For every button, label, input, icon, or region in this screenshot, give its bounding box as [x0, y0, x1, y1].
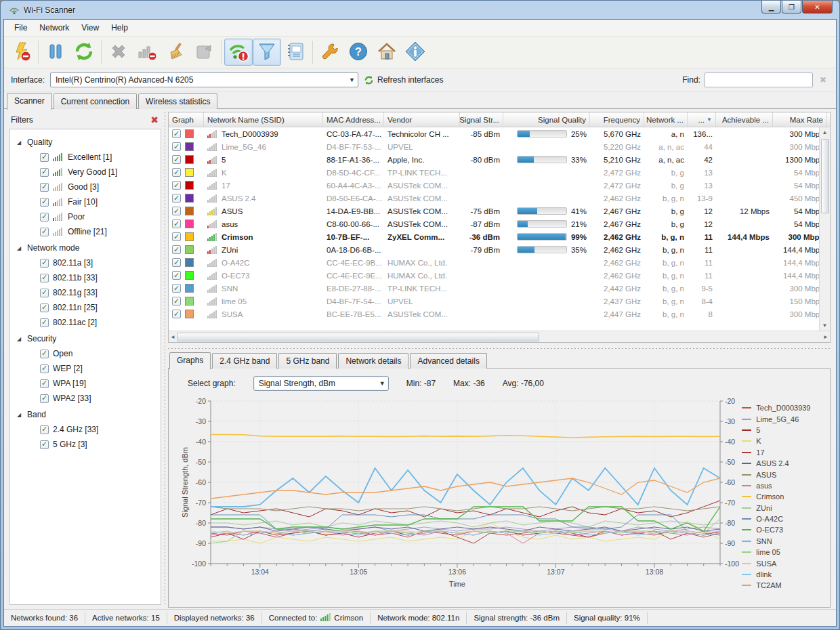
table-row[interactable]: SUSABC-EE-7B-E5...ASUSTek COM...2,447 GH…: [169, 308, 830, 320]
menu-network[interactable]: Network: [33, 21, 75, 35]
filter-item[interactable]: 802.11g [33]: [17, 285, 158, 300]
table-row[interactable]: lime 05D4-BF-7F-54-...UPVEL2,437 GHzb, g…: [169, 295, 830, 308]
collapse-icon[interactable]: ◢: [17, 245, 22, 251]
filter-item[interactable]: Offline [21]: [17, 224, 158, 239]
table-row[interactable]: Crimson10-7B-EF-...ZyXEL Comm...-36 dBm9…: [169, 230, 830, 243]
table-row[interactable]: KD8-5D-4C-CF...TP-LINK TECH...2,472 GHzb…: [169, 166, 830, 179]
graph-checkbox[interactable]: [172, 284, 181, 293]
clear-find-icon[interactable]: ✖: [817, 75, 829, 85]
about-button[interactable]: [401, 39, 429, 66]
column-header[interactable]: ...▼: [688, 112, 716, 127]
tab-advanced-details[interactable]: Advanced details: [410, 353, 486, 369]
checkbox[interactable]: [40, 183, 49, 192]
graph-checkbox[interactable]: [172, 297, 181, 306]
checkbox[interactable]: [40, 198, 49, 207]
table-row[interactable]: ZUni0A-18-D6-6B-...-79 dBm35%2,462 GHzb,…: [169, 243, 830, 256]
broom-button[interactable]: [161, 39, 190, 66]
refresh-button[interactable]: [70, 39, 98, 66]
scroll-down-icon[interactable]: ▼: [822, 320, 828, 331]
menu-file[interactable]: File: [8, 21, 33, 35]
table-row[interactable]: Lime_5G_46D4-BF-7F-53-...UPVEL5,220 GHza…: [169, 140, 830, 153]
menu-view[interactable]: View: [75, 21, 105, 35]
column-header[interactable]: MAC Address...: [323, 112, 384, 127]
filter-item[interactable]: Excellent [1]: [17, 150, 158, 165]
scroll-up-icon[interactable]: ▲: [822, 127, 828, 138]
collapse-icon[interactable]: ◢: [17, 412, 22, 418]
wifi-inactive-button[interactable]: [224, 39, 253, 66]
filter-item[interactable]: Very Good [1]: [17, 165, 158, 180]
graph-checkbox[interactable]: [172, 129, 181, 138]
checkbox[interactable]: [40, 168, 49, 177]
table-row[interactable]: ASUS 2.4D8-50-E6-CA-...ASUSTek COM...2,4…: [169, 192, 830, 205]
graph-checkbox[interactable]: [172, 245, 181, 254]
tab-wireless-statistics[interactable]: Wireless statistics: [138, 93, 217, 109]
tab-2-4-ghz-band[interactable]: 2.4 GHz band: [212, 353, 277, 369]
filter-item[interactable]: WPA [19]: [17, 376, 158, 391]
horizontal-splitter[interactable]: [168, 347, 831, 350]
checkbox[interactable]: [40, 274, 49, 282]
delete-button[interactable]: [104, 39, 133, 66]
scroll-right-icon[interactable]: ►: [823, 332, 828, 342]
close-filters-icon[interactable]: ✖: [150, 114, 159, 125]
checkbox[interactable]: [40, 289, 49, 297]
checkbox[interactable]: [40, 153, 49, 162]
column-header[interactable]: Achievable ...: [716, 112, 773, 127]
tab-5-ghz-band[interactable]: 5 GHz band: [278, 353, 337, 369]
close-button[interactable]: ✕: [802, 1, 833, 14]
graph-checkbox[interactable]: [172, 232, 181, 241]
filter-button[interactable]: [253, 39, 281, 66]
tab-scanner[interactable]: Scanner: [7, 93, 52, 110]
filter-item[interactable]: 802.11b [33]: [17, 270, 158, 285]
filter-item[interactable]: WPA2 [33]: [17, 391, 158, 406]
stop-scan-button[interactable]: [7, 39, 35, 66]
maximize-button[interactable]: ❐: [782, 1, 801, 14]
graph-select[interactable]: Signal Strength, dBm ▼: [253, 376, 389, 391]
checkbox[interactable]: [40, 350, 49, 358]
graph-checkbox[interactable]: [172, 168, 181, 177]
filter-group-security[interactable]: ◢Security: [17, 331, 158, 346]
refresh-interfaces-button[interactable]: Refresh interfaces: [364, 75, 443, 85]
column-header[interactable]: Network ...: [644, 112, 688, 127]
filter-item[interactable]: 802.11a [3]: [17, 255, 158, 270]
help-button[interactable]: ?: [344, 39, 373, 66]
table-row[interactable]: O-EC73CC-4E-EC-9E...HUMAX Co., Ltd.2,462…: [169, 269, 830, 282]
collapse-icon[interactable]: ◢: [17, 140, 22, 146]
graph-checkbox[interactable]: [172, 142, 181, 151]
graph-checkbox[interactable]: [172, 271, 181, 280]
column-header[interactable]: Signal Quality: [503, 112, 590, 127]
graph-checkbox[interactable]: [172, 194, 181, 203]
column-header[interactable]: Graph: [169, 112, 204, 127]
find-input[interactable]: [705, 72, 813, 87]
tab-graphs[interactable]: Graphs: [169, 352, 211, 369]
filter-group-network-mode[interactable]: ◢Network mode: [17, 240, 158, 255]
scroll-left-icon[interactable]: ◄: [170, 332, 175, 342]
filter-item[interactable]: WEP [2]: [17, 361, 158, 376]
tab-network-details[interactable]: Network details: [338, 353, 408, 369]
graph-checkbox[interactable]: [172, 181, 181, 190]
hscroll-thumb[interactable]: [177, 333, 539, 341]
checkbox[interactable]: [40, 303, 49, 312]
collapse-icon[interactable]: ◢: [17, 336, 22, 342]
vscroll-thumb[interactable]: [821, 139, 829, 213]
checkbox[interactable]: [40, 318, 49, 327]
graph-checkbox[interactable]: [172, 207, 181, 215]
filter-group-band[interactable]: ◢Band: [17, 407, 158, 422]
tab-current-connection[interactable]: Current connection: [54, 93, 137, 109]
filter-item[interactable]: Open: [17, 346, 158, 361]
checkbox[interactable]: [40, 213, 49, 222]
details-button[interactable]: [281, 39, 310, 66]
clear-signal-button[interactable]: [133, 39, 161, 66]
interface-select[interactable]: Intel(R) Centrino(R) Advanced-N 6205 ▼: [50, 72, 358, 87]
checkbox[interactable]: [40, 440, 49, 449]
column-header[interactable]: Max Rate: [773, 112, 827, 127]
graph-checkbox[interactable]: [172, 219, 181, 228]
column-header[interactable]: Frequency: [590, 112, 644, 127]
filter-item[interactable]: 2.4 GHz [33]: [17, 422, 158, 437]
wrench-button[interactable]: [316, 39, 344, 66]
table-row[interactable]: Tech_D0003939CC-03-FA-47-...Technicolor …: [169, 127, 830, 140]
checkbox[interactable]: [40, 259, 49, 268]
graph-checkbox[interactable]: [172, 258, 181, 267]
graph-checkbox[interactable]: [172, 155, 181, 164]
column-header[interactable]: Vendor: [384, 112, 460, 127]
filter-item[interactable]: 802.11ac [2]: [17, 315, 158, 330]
